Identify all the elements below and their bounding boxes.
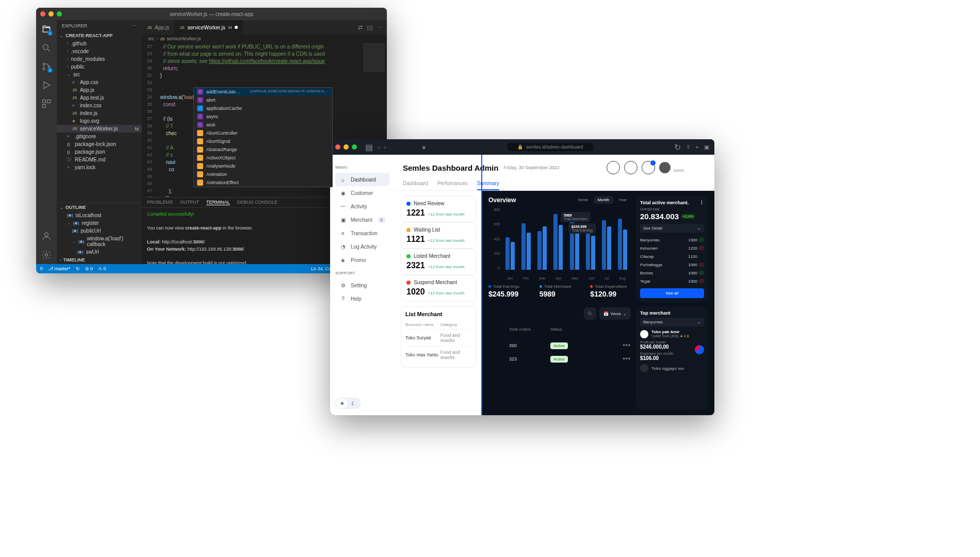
file-tree-item[interactable]: JSApp.js [57, 86, 142, 94]
region-row[interactable]: Purbalingga1090 [640, 260, 704, 269]
region-row[interactable]: Brebes1080 [640, 269, 704, 277]
more-icon[interactable]: ⋮ [699, 200, 704, 205]
sidebar-item-help[interactable]: ?Help [335, 292, 389, 305]
region-row[interactable]: Banyumas1300 [640, 236, 704, 244]
notifications-icon[interactable] [642, 161, 655, 174]
search-icon[interactable] [584, 307, 596, 320]
file-tree-item[interactable]: #index.css [57, 102, 142, 109]
overview-chart[interactable]: 8006004002000 JanFebMarAprMayJunJulAug 5… [488, 208, 631, 280]
file-tree-item[interactable]: {}package.json [57, 148, 142, 156]
file-tree-item[interactable]: ⌄src [57, 71, 142, 78]
sync-icon[interactable]: ↻ [76, 266, 80, 271]
close-button[interactable] [40, 11, 45, 17]
sidebar-item-log-activity[interactable]: ◔Log Activity [335, 240, 389, 253]
file-tree-item[interactable]: #App.css [57, 78, 142, 86]
region-row[interactable]: Tegal1000 [640, 277, 704, 285]
account-icon[interactable] [41, 231, 52, 241]
suggest-item[interactable]: ▢applicationCache [194, 104, 332, 112]
dark-mode-icon[interactable]: ☾ [348, 399, 359, 408]
maximize-button[interactable] [57, 11, 62, 17]
period-year[interactable]: Year [614, 196, 631, 204]
debug-icon[interactable] [41, 80, 52, 90]
remote-icon[interactable]: ⎘ [40, 266, 43, 271]
intellisense-popup[interactable]: (method) addEventListener<K extends k… ⬡… [193, 87, 333, 187]
extensions-icon[interactable] [41, 99, 52, 109]
see-all-button[interactable]: See all [640, 288, 704, 298]
suggest-item[interactable]: ⬡atob [194, 121, 332, 129]
detail-select[interactable]: See Detail⌄ [640, 224, 704, 233]
light-mode-icon[interactable]: ☀ [336, 399, 348, 408]
outline-section[interactable]: ⌄OUTLINE [57, 203, 142, 211]
suggest-item[interactable]: ◯Animation [194, 170, 332, 178]
region-row[interactable]: Kebumen1220 [640, 244, 704, 252]
suggest-item[interactable]: ◯AnalyserNode [194, 162, 332, 170]
more-icon[interactable]: ••• [623, 342, 631, 349]
shield-icon[interactable]: ◈ [422, 144, 426, 150]
suggest-item[interactable]: ◯AnimationEffect [194, 178, 332, 187]
branch-indicator[interactable]: ⎇ master* [48, 266, 71, 271]
split-icon[interactable]: ▯▯ [367, 24, 373, 31]
terminal-tab[interactable]: DEBUG CONSOLE [237, 200, 278, 205]
minimize-button[interactable] [48, 11, 54, 17]
warnings-count[interactable]: ⚠ 0 [98, 266, 106, 271]
settings-icon[interactable] [41, 250, 52, 260]
tab-dashboard[interactable]: Dashboard [403, 181, 428, 190]
forward-icon[interactable]: › [384, 144, 386, 150]
sidebar-item-customer[interactable]: ◉Customer [335, 186, 389, 200]
minimize-button[interactable] [344, 144, 349, 150]
tab-perfomances[interactable]: Perfomances [437, 181, 468, 190]
reload-icon[interactable]: ↻ [674, 142, 681, 152]
outline-item[interactable]: ⌄[◉]window.a('load') callback [57, 235, 142, 248]
tab-summary[interactable]: Summary [477, 181, 499, 190]
file-tree-item[interactable]: ›node_modules [57, 55, 142, 63]
tabs-icon[interactable]: ▣ [704, 144, 709, 151]
week-filter[interactable]: 📅 Week ⌄ [599, 307, 631, 320]
terminal-tab[interactable]: TERMINAL [206, 200, 230, 205]
project-root[interactable]: ⌄CREATE-REACT-APP [57, 31, 142, 40]
sidebar-toggle-icon[interactable]: ▤ [365, 142, 373, 152]
sidebar-item-merchant[interactable]: ▣Merchant0 [335, 213, 389, 226]
new-tab-icon[interactable]: + [696, 144, 699, 151]
more-icon[interactable]: ••• [623, 355, 631, 363]
file-tree-item[interactable]: JSApp.test.js [57, 94, 142, 102]
vscode-titlebar[interactable]: serviceWorker.js — create-react-app [36, 8, 387, 20]
file-tree-item[interactable]: ≡.gitignore [57, 133, 142, 140]
more-icon[interactable]: ⋯ [377, 24, 383, 31]
terminal-tab[interactable]: OUTPUT [180, 200, 199, 205]
outline-item[interactable]: ⌄[◉]register [57, 219, 142, 227]
sidebar-item-dashboard[interactable]: ⌂Dashboard [335, 173, 389, 186]
explorer-icon[interactable]: 1 [41, 24, 52, 35]
file-tree-item[interactable]: ›.vscode [57, 47, 142, 55]
period-week[interactable]: Week [574, 196, 592, 204]
stat-card[interactable]: Suspend Merchant1020+12 from last month [401, 275, 476, 301]
file-tree-item[interactable]: ◈logo.svg [57, 117, 142, 125]
messages-icon[interactable] [624, 161, 638, 174]
maximize-button[interactable] [352, 144, 357, 150]
share-icon[interactable]: ⇪ [686, 144, 691, 151]
file-tree-item[interactable]: ≡yarn.lock [57, 163, 142, 171]
table-row[interactable]: 390Active••• [488, 339, 631, 352]
table-row[interactable]: 323Active••• [488, 352, 631, 366]
stat-card[interactable]: Listed Merchant2321+12 from last month [401, 249, 476, 275]
sidebar-item-promo[interactable]: ◈Promo [335, 253, 389, 267]
search-icon[interactable] [41, 43, 52, 53]
more-icon[interactable]: ⋯ [132, 23, 137, 28]
suggest-item[interactable]: ◯AbortSignal [194, 137, 332, 145]
stat-card[interactable]: Need Review1221+12 from last month [401, 196, 476, 222]
timeline-section[interactable]: ›TIMELINE [57, 256, 142, 264]
sidebar-item-activity[interactable]: 〰Activity [335, 200, 389, 213]
stat-card[interactable]: Waiting List1121+12 from last month [401, 222, 476, 249]
outline-item[interactable]: [◉]isLocalhost [57, 211, 142, 219]
url-bar[interactable]: 🔒 semles.id/admin-dashboard [507, 143, 594, 151]
region-row[interactable]: Cilacap1120 [640, 252, 704, 260]
sidebar-item-transaction[interactable]: ≡Transaction [335, 226, 389, 240]
source-control-icon[interactable]: 1 [41, 61, 52, 72]
sidebar-item-setting[interactable]: ⚙Setting [335, 278, 389, 292]
search-icon[interactable] [607, 161, 620, 174]
file-tree-item[interactable]: ›public [57, 63, 142, 71]
suggest-item[interactable]: ◯ActiveXObject [194, 154, 332, 162]
file-tree-item[interactable]: ⓘREADME.md [57, 156, 142, 163]
suggest-item[interactable]: ⬡alert [194, 96, 332, 104]
editor-tab[interactable]: JSserviceWorker.jsM [174, 20, 243, 35]
editor-tab[interactable]: JSApp.js [142, 20, 174, 35]
